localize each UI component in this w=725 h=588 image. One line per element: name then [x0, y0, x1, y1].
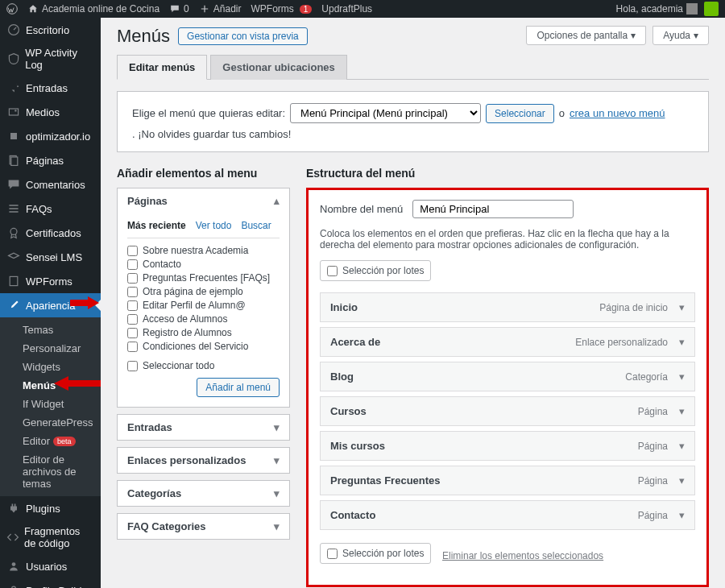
- chevron-down-icon: ▾: [274, 454, 280, 466]
- menu-fragmentos[interactable]: Fragmentos de código: [0, 520, 101, 554]
- create-menu-link[interactable]: crea un nuevo menú: [570, 107, 665, 119]
- wp-logo[interactable]: [6, 3, 18, 14]
- form-icon: [6, 274, 21, 288]
- page-checkbox-item[interactable]: Editar Perfil de Alumn@: [127, 300, 280, 311]
- svg-rect-6: [11, 157, 18, 165]
- menu-name-input[interactable]: [412, 200, 574, 218]
- submenu-menus[interactable]: Menús: [0, 376, 101, 395]
- submenu-editor[interactable]: Editorbeta: [0, 432, 101, 450]
- submenu-customize[interactable]: Personalizar: [0, 339, 101, 358]
- chevron-down-icon[interactable]: ▾: [679, 301, 685, 313]
- menu-comments[interactable]: Comentarios: [0, 172, 101, 197]
- chevron-down-icon[interactable]: ▾: [679, 509, 685, 521]
- menu-structure-item[interactable]: Preguntas FrecuentesPágina▾: [320, 466, 695, 495]
- postbox-categorias: Categorías▾: [117, 480, 290, 507]
- plug-icon: [6, 501, 21, 516]
- menu-item-label: Acerca de: [330, 336, 380, 348]
- postbox-categorias-toggle[interactable]: Categorías▾: [118, 481, 289, 506]
- page-checkbox-item[interactable]: Condiciones del Servicio: [127, 341, 280, 352]
- submenu-generatepress[interactable]: GeneratePress: [0, 413, 101, 432]
- menu-structure-item[interactable]: BlogCategoría▾: [320, 362, 695, 391]
- postbox-faq-categories: FAQ Categories▾: [117, 513, 290, 540]
- submenu-theme-editor[interactable]: Editor de archivos de temas: [0, 450, 101, 493]
- postbox-enlaces-toggle[interactable]: Enlaces personalizados▾: [118, 448, 289, 473]
- menu-certificados[interactable]: Certificados: [0, 221, 101, 245]
- site-link[interactable]: Academia online de Cocina: [27, 3, 160, 14]
- live-preview-button[interactable]: Gestionar con vista previa: [178, 27, 308, 45]
- svg-point-9: [12, 562, 16, 566]
- bulk-select-bottom[interactable]: Selección por lotes: [320, 543, 431, 564]
- menu-wpforms[interactable]: WPForms: [0, 269, 101, 293]
- subtab-recent[interactable]: Más reciente: [127, 220, 186, 231]
- howdy-link[interactable]: Hola, academia: [616, 3, 698, 14]
- menu-item-label: Blog: [330, 371, 354, 383]
- site-name: Academia online de Cocina: [42, 3, 160, 14]
- wpforms-link[interactable]: WPForms1: [251, 3, 312, 14]
- menu-plugins[interactable]: Plugins: [0, 496, 101, 520]
- help-button[interactable]: Ayuda ▾: [652, 26, 709, 45]
- menu-media[interactable]: Medios: [0, 100, 101, 124]
- comments-link[interactable]: 0: [169, 3, 189, 14]
- menu-item-label: Preguntas Frecuentes: [330, 474, 441, 487]
- menu-profile-builder[interactable]: Profile Builder: [0, 578, 101, 588]
- chevron-down-icon: ▾: [694, 30, 698, 41]
- menu-item-label: Inicio: [330, 301, 358, 313]
- postbox-entradas-toggle[interactable]: Entradas▾: [118, 415, 289, 440]
- menu-sensei[interactable]: Sensei LMS: [0, 245, 101, 269]
- menu-item-type: Página: [638, 475, 668, 487]
- menu-structure-item[interactable]: CursosPágina▾: [320, 396, 695, 426]
- debug-icon[interactable]: [704, 2, 719, 16]
- tab-edit-menus[interactable]: Editar menús: [117, 55, 207, 80]
- page-checkbox-item[interactable]: Otra página de ejemplo: [127, 286, 280, 297]
- add-new-link[interactable]: Añadir: [199, 3, 242, 14]
- menu-select[interactable]: Menú Principal (Menú principal): [290, 103, 481, 123]
- menu-optimizador[interactable]: optimizador.io: [0, 124, 101, 148]
- menu-structure-item[interactable]: InicioPágina de inicio▾: [320, 292, 695, 322]
- menu-select-bar: Elige el menú que quieras editar: Menú P…: [117, 91, 709, 152]
- submenu-widgets[interactable]: Widgets: [0, 358, 101, 376]
- page-checkbox-item[interactable]: Acceso de Alumnos: [127, 313, 280, 325]
- chevron-down-icon[interactable]: ▾: [679, 336, 685, 348]
- menu-activity-log[interactable]: WP Activity Log: [0, 42, 101, 76]
- menu-users[interactable]: Usuarios: [0, 554, 101, 578]
- menu-structure-item[interactable]: ContactoPágina▾: [320, 500, 695, 530]
- menu-dashboard[interactable]: Escritorio: [0, 18, 101, 42]
- add-to-menu-button[interactable]: Añadir al menú: [197, 378, 280, 397]
- menu-structure-item[interactable]: Mis cursosPágina▾: [320, 431, 695, 461]
- subtab-all[interactable]: Ver todo: [196, 220, 232, 231]
- menu-item-label: Cursos: [330, 405, 367, 417]
- updraft-link[interactable]: UpdraftPlus: [321, 3, 372, 14]
- screen-options-button[interactable]: Opciones de pantalla ▾: [526, 26, 646, 45]
- beta-badge: beta: [53, 437, 76, 446]
- submenu-themes[interactable]: Temas: [0, 321, 101, 339]
- menu-faqs[interactable]: FAQs: [0, 197, 101, 221]
- svg-point-3: [14, 110, 16, 111]
- page-checkbox-item[interactable]: Preguntas Frecuentes [FAQs]: [127, 272, 280, 284]
- tab-manage-locations[interactable]: Gestionar ubicaciones: [210, 55, 346, 80]
- svg-rect-2: [9, 109, 18, 115]
- postbox-paginas-toggle[interactable]: Páginas▴: [118, 188, 289, 213]
- chevron-down-icon[interactable]: ▾: [679, 474, 685, 487]
- chevron-down-icon[interactable]: ▾: [679, 440, 685, 452]
- page-checkbox-item[interactable]: Sobre nuestra Academia: [127, 245, 280, 256]
- bulk-select-top[interactable]: Selección por lotes: [320, 260, 431, 281]
- chevron-down-icon[interactable]: ▾: [679, 405, 685, 417]
- page-checkbox-item[interactable]: Registro de Alumnos: [127, 327, 280, 338]
- page-checkbox-item[interactable]: Contacto: [127, 259, 280, 270]
- menu-name-label: Nombre del menú: [320, 203, 403, 215]
- cap-icon: [6, 250, 21, 264]
- wordpress-icon: [6, 3, 18, 14]
- menu-appearance[interactable]: Apariencia: [0, 293, 101, 317]
- select-button[interactable]: Seleccionar: [486, 104, 554, 123]
- subtab-search[interactable]: Buscar: [241, 220, 271, 231]
- postbox-enlaces: Enlaces personalizados▾: [117, 447, 290, 474]
- menu-pages[interactable]: Páginas: [0, 148, 101, 172]
- select-all[interactable]: Seleccionar todo: [127, 360, 214, 371]
- submenu-ifwidget[interactable]: If Widget: [0, 395, 101, 413]
- menu-structure-item[interactable]: Acerca deEnlace personalizado▾: [320, 327, 695, 357]
- chevron-down-icon: ▾: [274, 487, 280, 499]
- bulk-delete-link[interactable]: Eliminar los elementos seleccionados: [442, 550, 603, 561]
- menu-posts[interactable]: Entradas: [0, 76, 101, 100]
- chevron-down-icon[interactable]: ▾: [679, 371, 685, 383]
- postbox-faqcat-toggle[interactable]: FAQ Categories▾: [118, 514, 289, 539]
